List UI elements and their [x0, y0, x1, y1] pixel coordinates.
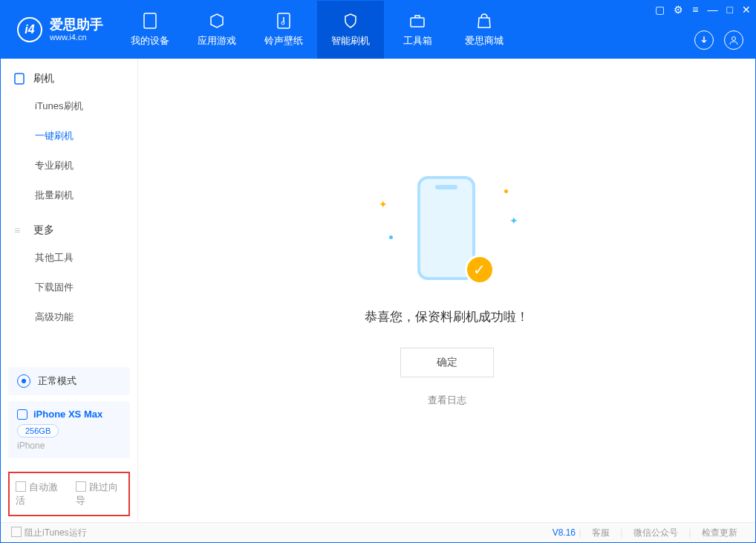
svg-point-6 [22, 379, 26, 383]
bag-icon [475, 12, 493, 30]
app-url: www.i4.cn [50, 33, 103, 42]
checkbox-skip-guide[interactable]: 跳过向导 [76, 481, 123, 507]
checkbox-auto-activate[interactable]: 自动激活 [16, 481, 62, 507]
phone-icon [141, 12, 159, 30]
close-icon[interactable]: ✕ [742, 4, 751, 16]
sidebar-head-flash: 刷机 [1, 72, 137, 91]
sparkle-icon: ✦ [379, 198, 388, 210]
success-illustration: ✓ ✦ ✦ [403, 176, 492, 287]
svg-point-2 [281, 22, 284, 25]
version-label: V8.16 [553, 527, 576, 538]
mode-status[interactable]: 正常模式 [8, 367, 130, 395]
sidebar-item-tools[interactable]: 其他工具 [1, 243, 137, 273]
sidebar: 刷机 iTunes刷机 一键刷机 专业刷机 批量刷机 ≡ 更多 其他工具 下载固… [1, 59, 138, 524]
header-actions [694, 30, 743, 50]
svg-point-4 [732, 37, 736, 41]
device-type: iPhone [17, 440, 121, 451]
shield-icon [342, 12, 359, 30]
header-tabs: 我的设备 应用游戏 铃声壁纸 智能刷机 工具箱 爱思商城 [117, 1, 518, 59]
sidebar-item-itunes[interactable]: iTunes刷机 [1, 91, 137, 121]
sidebar-item-pro[interactable]: 专业刷机 [1, 151, 137, 181]
tab-apps[interactable]: 应用游戏 [183, 1, 250, 59]
settings-icon[interactable]: ⚙ [674, 4, 683, 16]
sidebar-section-flash: 刷机 iTunes刷机 一键刷机 专业刷机 批量刷机 [1, 59, 137, 210]
device-icon [14, 73, 26, 85]
tab-store[interactable]: 爱思商城 [451, 1, 518, 59]
device-name-row: iPhone XS Max [17, 409, 121, 420]
app-name: 爱思助手 [50, 18, 103, 33]
window-controls: ▢ ⚙ ≡ — □ ✕ [655, 4, 751, 16]
footer-link-service[interactable]: 客服 [584, 527, 617, 539]
view-log-link[interactable]: 查看日志 [428, 394, 466, 407]
checkbox-block-itunes[interactable]: 阻止iTunes运行 [11, 527, 87, 539]
user-button[interactable] [724, 30, 743, 50]
header: i4 爱思助手 www.i4.cn 我的设备 应用游戏 铃声壁纸 智能刷机 工具… [1, 1, 755, 59]
footer-link-update[interactable]: 检查更新 [694, 527, 745, 539]
sparkle-icon: ✦ [509, 215, 518, 227]
sidebar-item-firmware[interactable]: 下载固件 [1, 273, 137, 302]
footer: 阻止iTunes运行 V8.16 ｜ 客服 ｜ 微信公众号 ｜ 检查更新 [1, 522, 755, 542]
svg-rect-5 [15, 74, 24, 84]
cube-icon [208, 12, 226, 30]
ok-button[interactable]: 确定 [400, 348, 494, 377]
download-button[interactable] [694, 30, 714, 50]
sidebar-item-batch[interactable]: 批量刷机 [1, 181, 137, 210]
footer-link-wechat[interactable]: 微信公众号 [626, 527, 685, 539]
toolbox-icon [408, 12, 426, 30]
storage-badge: 256GB [17, 424, 59, 438]
tab-flash[interactable]: 智能刷机 [317, 1, 384, 59]
mode-label: 正常模式 [38, 374, 76, 388]
logo-icon: i4 [17, 17, 42, 42]
music-icon [275, 12, 293, 30]
check-badge-icon: ✓ [465, 255, 495, 284]
sync-icon [17, 374, 30, 388]
content: ✓ ✦ ✦ 恭喜您，保资料刷机成功啦！ 确定 查看日志 [138, 59, 755, 524]
tab-toolbox[interactable]: 工具箱 [384, 1, 451, 59]
sidebar-head-more: ≡ 更多 [1, 224, 137, 243]
tshirt-icon[interactable]: ▢ [655, 4, 665, 16]
logo[interactable]: i4 爱思助手 www.i4.cn [1, 1, 117, 59]
sidebar-item-onekey[interactable]: 一键刷机 [1, 121, 137, 151]
dot-icon [504, 189, 508, 193]
menu-icon[interactable]: ≡ [692, 4, 698, 16]
phone-small-icon [17, 409, 27, 420]
sidebar-item-advanced[interactable]: 高级功能 [1, 302, 137, 332]
svg-rect-0 [144, 13, 156, 28]
maximize-icon[interactable]: □ [727, 4, 733, 16]
success-message: 恭喜您，保资料刷机成功啦！ [365, 308, 529, 325]
device-info[interactable]: iPhone XS Max 256GB iPhone [8, 401, 130, 458]
sidebar-section-more: ≡ 更多 其他工具 下载固件 高级功能 [1, 210, 137, 332]
list-icon: ≡ [14, 224, 26, 236]
dot-icon [389, 235, 393, 239]
minimize-icon[interactable]: — [708, 4, 718, 16]
options-row: 自动激活 跳过向导 [8, 472, 130, 516]
tab-my-device[interactable]: 我的设备 [117, 1, 183, 59]
svg-rect-3 [411, 18, 424, 27]
tab-ringtone[interactable]: 铃声壁纸 [250, 1, 317, 59]
main: 刷机 iTunes刷机 一键刷机 专业刷机 批量刷机 ≡ 更多 其他工具 下载固… [1, 59, 755, 524]
